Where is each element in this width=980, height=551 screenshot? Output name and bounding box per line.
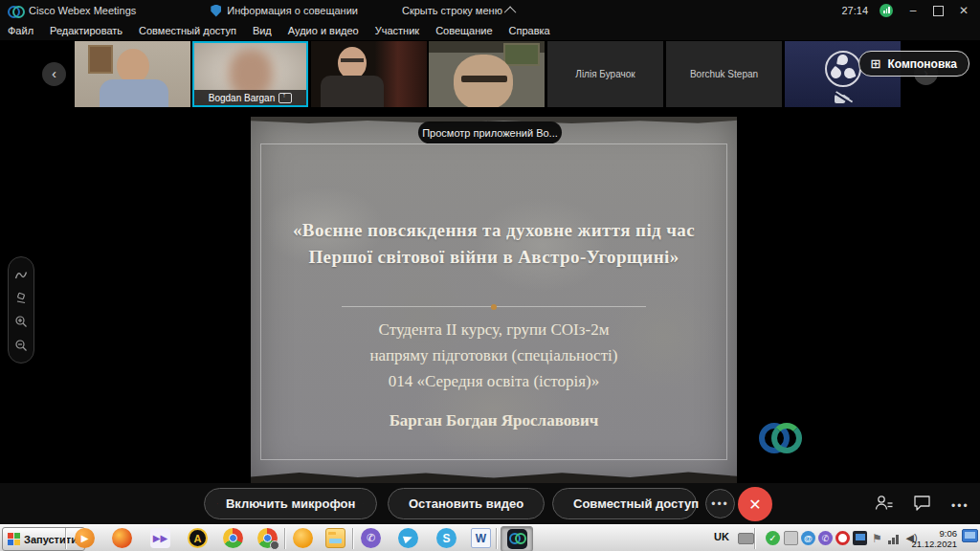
meeting-info-button[interactable]: Информация о совещании	[227, 5, 358, 16]
participant-body	[321, 76, 384, 107]
connection-quality-icon[interactable]	[880, 4, 893, 17]
clock-time: 9:06	[911, 528, 957, 539]
chat-panel-button[interactable]	[913, 495, 931, 512]
more-dots-icon: •••	[711, 497, 729, 511]
webex-logo-icon	[8, 6, 23, 16]
display-settings-icon[interactable]	[853, 531, 867, 545]
participant-video-4[interactable]	[429, 41, 545, 107]
start-button-label: Запустити	[24, 534, 78, 545]
scroll-left-button[interactable]: ‹	[42, 62, 66, 86]
slide-author: Барган Богдан Ярославович	[251, 411, 737, 430]
screen-sharing-icon	[278, 93, 292, 103]
download-manager-icon[interactable]: @	[801, 531, 815, 545]
menu-share[interactable]: Совместный доступ	[139, 25, 236, 36]
participant-name: Bogdan Bargan	[209, 93, 276, 103]
participant-name: Лілія Бурачок	[547, 41, 663, 107]
menu-meeting[interactable]: Совещание	[435, 25, 492, 36]
titlebar-right-group: 27:14 – ✕	[841, 4, 980, 17]
webex-meeting-window: Cisco Webex Meetings Информация о совеща…	[0, 0, 980, 551]
maximize-button[interactable]	[933, 6, 944, 16]
webex-watermark-icon	[759, 419, 797, 452]
slide-body-line2: напряму підготовки (спеціальності)	[251, 346, 737, 365]
meeting-control-bar: Включить микрофон Остановить видео Совме…	[0, 483, 980, 524]
participants-panel-button[interactable]	[875, 495, 894, 512]
menu-edit[interactable]: Редактировать	[50, 25, 122, 36]
obs-logo-icon	[825, 51, 861, 87]
annotate-pen-icon[interactable]	[14, 268, 28, 281]
telegram-icon[interactable]	[398, 528, 418, 548]
menu-audio-video[interactable]: Аудио и видео	[288, 25, 359, 36]
chrome-profile-icon[interactable]	[257, 528, 278, 548]
more-dots-icon: •••	[951, 499, 969, 513]
participant-body	[100, 79, 168, 107]
participant-name: Borchuk Stepan	[666, 41, 782, 107]
participant-tile-lilia[interactable]: Лілія Бурачок	[547, 41, 663, 107]
presentation-slide: «Воєнне повсякдення та духовне життя під…	[251, 117, 737, 483]
viber-icon[interactable]: ✆	[361, 528, 381, 548]
zoom-in-icon[interactable]	[14, 315, 28, 328]
participant-video-bogdan-active-speaker[interactable]: Bogdan Bargan	[192, 41, 308, 107]
minimize-button[interactable]: –	[904, 4, 922, 17]
antivirus-ok-icon[interactable]: ✓	[766, 531, 780, 545]
windows-logo-icon	[8, 533, 20, 545]
chevron-up-icon	[504, 6, 517, 18]
menu-view[interactable]: Вид	[253, 25, 272, 36]
leave-meeting-button[interactable]: ✕	[738, 487, 772, 521]
share-content-button[interactable]: Совместный доступ	[552, 488, 697, 519]
layout-button-label: Компоновка	[887, 57, 957, 71]
kmplayer-icon[interactable]: ▶▶	[150, 528, 170, 548]
meeting-timer: 27:14	[841, 5, 868, 16]
media-player-icon[interactable]: ▶	[75, 528, 95, 548]
opera-tray-icon[interactable]	[835, 531, 850, 545]
aimp-icon[interactable]: A	[188, 528, 208, 548]
slide-title-line2: Першої світової війни в Австро-Угорщині»	[251, 247, 737, 268]
skype-icon[interactable]: S	[436, 528, 457, 548]
zoom-out-icon[interactable]	[14, 339, 28, 352]
more-options-button[interactable]: •••	[705, 489, 735, 518]
webex-taskbar-button-active[interactable]	[501, 526, 533, 551]
participant-tile-borchuk[interactable]: Borchuk Stepan	[666, 41, 782, 107]
slide-body-line3: 014 «Середня освіта (історія)»	[251, 372, 737, 391]
wall-picture	[503, 43, 540, 66]
grid-layout-icon: ⊞	[871, 56, 881, 71]
clipboard-tray-icon[interactable]	[784, 531, 798, 545]
stop-video-button[interactable]: Остановить видео	[388, 488, 545, 519]
keyboard-layout-icon[interactable]	[738, 533, 754, 544]
menu-participant[interactable]: Участник	[375, 25, 419, 36]
chrome-icon[interactable]	[223, 528, 243, 548]
file-manager-icon[interactable]	[325, 528, 345, 548]
show-desktop-button[interactable]	[962, 529, 978, 542]
close-button[interactable]: ✕	[955, 4, 972, 17]
more-panels-button[interactable]: •••	[951, 496, 969, 514]
camera-off-icon	[835, 93, 852, 105]
chevron-down-icon[interactable]	[363, 500, 364, 507]
participant-video-3[interactable]	[311, 41, 427, 107]
network-signal-icon[interactable]	[887, 531, 902, 545]
video-thumbnail-strip: ‹ Bogdan Bargan Лілія Бурачок	[0, 40, 980, 110]
hide-menu-button[interactable]: Скрыть строку меню	[402, 5, 516, 16]
shared-screen-area: Просмотр приложений Во... «Воєнне повсяк…	[0, 110, 980, 483]
participant-video-1[interactable]	[75, 41, 190, 107]
unmute-mic-button[interactable]: Включить микрофон	[204, 488, 377, 519]
app-title-group: Cisco Webex Meetings	[0, 5, 136, 16]
windows-taskbar: Запустити ▶ ▶▶ A ✆ S W UK ✓ @ ✆	[0, 524, 980, 551]
participant-glasses	[341, 58, 364, 62]
action-center-flag-icon[interactable]: ⚑	[870, 531, 884, 545]
participant-face	[117, 49, 149, 83]
word-icon[interactable]: W	[471, 528, 491, 548]
menu-help[interactable]: Справка	[509, 25, 550, 36]
pointer-tool-icon[interactable]	[14, 292, 28, 305]
meeting-info-shield-icon	[211, 5, 221, 17]
orange-app-icon[interactable]	[293, 528, 313, 548]
firefox-icon[interactable]	[112, 528, 132, 548]
share-content-label: Совместный доступ	[573, 496, 699, 511]
language-indicator[interactable]: UK	[714, 531, 729, 542]
viber-tray-icon[interactable]: ✆	[818, 531, 833, 545]
wall-picture	[88, 45, 113, 74]
start-button[interactable]: Запустити	[2, 527, 85, 551]
taskbar-clock[interactable]: 9:06 21.12.2021	[911, 528, 957, 549]
menu-file[interactable]: Файл	[8, 25, 33, 36]
shared-app-banner[interactable]: Просмотр приложений Во...	[418, 121, 562, 143]
layout-button[interactable]: ⊞ Компоновка	[858, 51, 970, 77]
participant-face	[338, 47, 367, 79]
